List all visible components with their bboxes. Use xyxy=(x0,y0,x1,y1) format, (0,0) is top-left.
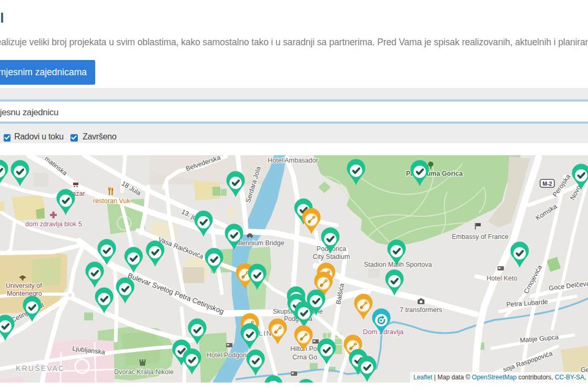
svg-text:City Stadium: City Stadium xyxy=(313,253,350,260)
svg-text:University of: University of xyxy=(6,282,42,289)
svg-text:Montenegro: Montenegro xyxy=(7,290,42,297)
svg-text:Leaflet | Map data © OpenStree: Leaflet | Map data © OpenStreetMap contr… xyxy=(413,374,588,381)
svg-text:KRUŠEVAC: KRUŠEVAC xyxy=(16,364,65,373)
svg-text:Hotel Ambasador: Hotel Ambasador xyxy=(268,157,318,164)
svg-text:Embassy of France: Embassy of France xyxy=(452,233,509,240)
svg-text:7 transformers: 7 transformers xyxy=(400,306,442,314)
svg-text:M-2: M-2 xyxy=(542,180,552,187)
svg-text:restoran Vuk: restoran Vuk xyxy=(93,197,130,205)
svg-text:Crna Go: Crna Go xyxy=(292,354,317,361)
svg-text:Hotel Keto: Hotel Keto xyxy=(486,275,517,282)
svg-text:dom zdravlja blok 5: dom zdravlja blok 5 xyxy=(25,220,82,228)
svg-text:Dvorac Kralja Nikole: Dvorac Kralja Nikole xyxy=(114,368,174,376)
